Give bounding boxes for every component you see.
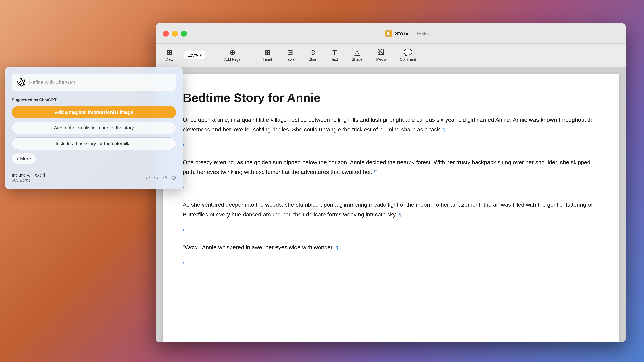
chart-icon: ⊙ — [310, 49, 316, 56]
app-icon: 📝 — [386, 30, 392, 37]
panel-footer: Include All Text ⇅ 585 words ↩ ↪ ↺ ⊕ — [12, 169, 176, 183]
chatgpt-panel: Refine with ChatGPT Suggested by ChatGPT… — [5, 67, 183, 189]
pilcrow-2: ¶ — [183, 143, 186, 149]
toolbar-shape[interactable]: △ Shape — [349, 47, 365, 63]
view-label: View — [165, 57, 173, 62]
media-icon: 🖼 — [378, 49, 385, 56]
minimize-button[interactable] — [172, 30, 178, 36]
window-edited: — Edited — [411, 31, 430, 36]
pilcrow-4: ¶ — [183, 185, 186, 191]
toolbar-view[interactable]: ⊞ View — [163, 47, 176, 63]
pilcrow-5: ¶ — [398, 212, 401, 218]
pilcrow-line-1: ¶ — [183, 141, 599, 151]
toolbar-chart[interactable]: ⊙ Chart — [306, 47, 320, 63]
include-text-label: Include All Text — [12, 173, 41, 178]
paragraph-2: One breezy evening, as the golden sun di… — [183, 158, 599, 177]
pilcrow-line-3: ¶ — [183, 226, 599, 236]
window-title: Story — [395, 30, 408, 36]
app-window: 📝 Story — Edited ⊞ View 125% ▾ ⊕ Add Pag… — [156, 23, 626, 342]
add-page-label: Add Page — [224, 57, 241, 62]
toolbar: ⊞ View 125% ▾ ⊕ Add Page ⊞ Insert ⊟ Tabl… — [156, 43, 626, 67]
titlebar: 📝 Story — Edited — [156, 23, 626, 43]
pilcrow-line-2: ¶ — [183, 184, 599, 193]
pilcrow-line-4: ¶ — [183, 259, 599, 269]
toolbar-table[interactable]: ⊟ Table — [283, 47, 297, 63]
toolbar-divider-2 — [252, 49, 252, 62]
pilcrow-6: ¶ — [183, 228, 186, 234]
fullscreen-button[interactable] — [181, 30, 187, 36]
word-count: 585 words — [12, 178, 46, 183]
document-area: Bedtime Story for Annie Once upon a time… — [156, 67, 626, 342]
toolbar-media[interactable]: 🖼 Media — [374, 47, 389, 63]
media-label: Media — [376, 57, 386, 62]
more-chevron-icon: › — [17, 156, 18, 161]
more-button[interactable]: › More — [12, 153, 36, 164]
close-button[interactable] — [163, 30, 169, 36]
comment-label: Comment — [400, 57, 416, 62]
panel-actions: ↩ ↪ ↺ ⊕ — [145, 174, 176, 181]
chatgpt-input-placeholder: Refine with ChatGPT — [29, 79, 171, 85]
pilcrow-7: ¶ — [336, 244, 338, 250]
suggestion-caterpillar-button[interactable]: Include a backstory for the caterpillar — [12, 137, 176, 150]
comment-icon: 💬 — [404, 49, 412, 56]
insert-icon: ⊞ — [264, 49, 270, 56]
toolbar-comment[interactable]: 💬 Comment — [397, 47, 418, 63]
zoom-value: 125% — [188, 53, 198, 58]
footer-left: Include All Text ⇅ 585 words — [12, 173, 46, 183]
pilcrow-1: ¶ — [443, 126, 446, 133]
chatgpt-input-area[interactable]: Refine with ChatGPT — [12, 74, 176, 91]
document-title: Bedtime Story for Annie — [183, 90, 599, 105]
include-text-chevron-icon: ⇅ — [42, 173, 46, 178]
shape-label: Shape — [352, 57, 362, 62]
toolbar-add-page[interactable]: ⊕ Add Page — [222, 47, 243, 63]
paragraph-3: As she ventured deeper into the woods, s… — [183, 200, 599, 219]
pilcrow-8: ¶ — [183, 261, 186, 267]
redo-button[interactable]: ↪ — [154, 174, 159, 181]
pilcrow-3: ¶ — [374, 169, 377, 175]
paragraph-1: Once upon a time, in a quaint little vil… — [183, 115, 599, 134]
suggestion-photorealistic-button[interactable]: Add a photorealistic image of the story — [12, 122, 176, 134]
document-page: Bedtime Story for Annie Once upon a time… — [163, 74, 619, 342]
view-icon: ⊞ — [166, 49, 172, 56]
suggestion-magical-image-button[interactable]: Add a magical impressionist image — [12, 106, 176, 118]
toolbar-text[interactable]: T Text — [328, 47, 340, 63]
add-button[interactable]: ⊕ — [172, 174, 176, 181]
traffic-lights — [163, 30, 187, 36]
more-label: More — [20, 156, 31, 161]
toolbar-insert[interactable]: ⊞ Insert — [260, 47, 275, 63]
title-area: 📝 Story — Edited — [197, 30, 619, 37]
chatgpt-logo-icon — [17, 78, 26, 87]
main-content: Bedtime Story for Annie Once upon a time… — [156, 67, 626, 342]
paragraph-4: "Wow," Annie whispered in awe, her eyes … — [183, 243, 599, 252]
zoom-button[interactable]: 125% ▾ — [184, 51, 204, 59]
refresh-button[interactable]: ↺ — [163, 174, 167, 181]
include-text-button[interactable]: Include All Text ⇅ — [12, 173, 46, 178]
table-icon: ⊟ — [287, 49, 293, 56]
shape-icon: △ — [354, 49, 360, 56]
table-label: Table — [286, 57, 295, 62]
undo-button[interactable]: ↩ — [145, 174, 150, 181]
text-icon: T — [332, 49, 337, 56]
suggested-label: Suggested by ChatGPT — [12, 97, 176, 102]
zoom-chevron-icon: ▾ — [200, 53, 202, 58]
insert-label: Insert — [263, 57, 272, 62]
add-page-icon: ⊕ — [230, 49, 236, 56]
chart-label: Chart — [308, 57, 318, 62]
text-label: Text — [331, 57, 338, 62]
